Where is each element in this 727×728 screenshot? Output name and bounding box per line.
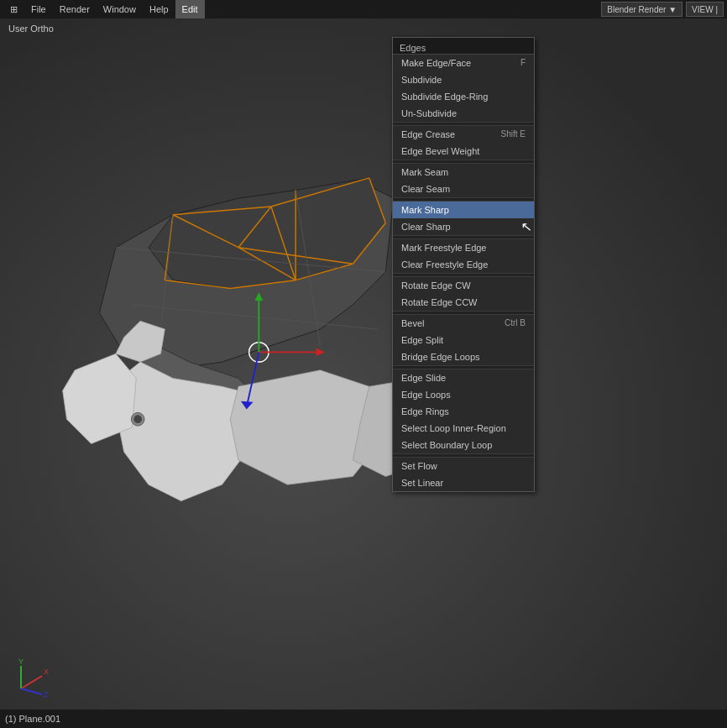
menu-item-edge-loops[interactable]: Edge Loops: [393, 386, 534, 403]
menu-render[interactable]: Render: [53, 0, 97, 18]
svg-line-35: [21, 676, 42, 689]
menu-item-set-flow[interactable]: Set Flow: [393, 458, 534, 474]
menu-item-mark-seam[interactable]: Mark Seam: [393, 164, 534, 181]
svg-marker-25: [63, 354, 137, 443]
menu-item-subdivide[interactable]: Subdivide: [393, 71, 534, 88]
menu-item-select-loop-inner-region[interactable]: Select Loop Inner-Region: [393, 420, 534, 437]
menu-item-subdivide-edge-ring[interactable]: Subdivide Edge-Ring: [393, 88, 534, 105]
menu-item-edge-split[interactable]: Edge Split: [393, 332, 534, 348]
menu-item-un-subdivide[interactable]: Un-Subdivide: [393, 105, 534, 122]
svg-text:X: X: [44, 668, 49, 676]
bottom-info: (1) Plane.001: [5, 714, 60, 724]
bottom-bar: (1) Plane.001: [0, 710, 727, 728]
mode-edit[interactable]: Edit: [175, 0, 205, 18]
svg-text:Y: Y: [18, 659, 24, 666]
menu-item-edge-rings[interactable]: Edge Rings: [393, 403, 534, 420]
menu-item-mark-sharp[interactable]: Mark Sharp: [393, 202, 534, 218]
top-bar: ⊞ File Render Window Help Edit Blender R…: [0, 0, 727, 18]
svg-marker-30: [316, 348, 325, 357]
menu-item-select-boundary-loop[interactable]: Select Boundary Loop: [393, 437, 534, 453]
menu-item-set-linear[interactable]: Set Linear: [393, 474, 534, 491]
svg-text:Z: Z: [44, 690, 49, 699]
menu-item-edge-slide[interactable]: Edge Slide: [393, 369, 534, 386]
viewport-label: User Ortho: [8, 24, 54, 34]
svg-point-27: [133, 415, 142, 423]
menu-item-edge-bevel-weight[interactable]: Edge Bevel Weight: [393, 143, 534, 160]
menu-item-bevel[interactable]: Bevel Ctrl B: [393, 315, 534, 332]
menu-title: Edges: [393, 38, 534, 55]
menu-item-edge-crease[interactable]: Edge Crease Shift E: [393, 126, 534, 143]
menu-window[interactable]: Window: [97, 0, 143, 18]
viewport-3d[interactable]: User Ortho X Y Z Edges Make Edge/Face F …: [0, 18, 727, 710]
menu-item-clear-seam[interactable]: Clear Seam: [393, 181, 534, 197]
menu-item-make-edge-face[interactable]: Make Edge/Face F: [393, 55, 534, 71]
menu-item-rotate-edge-cw[interactable]: Rotate Edge CW: [393, 277, 534, 294]
blender-logo[interactable]: ⊞: [3, 0, 24, 18]
3d-model: [0, 18, 727, 710]
render-engine-selector[interactable]: Blender Render ▼: [601, 2, 683, 17]
axis-widget: X Y Z: [8, 659, 50, 701]
view-controls[interactable]: VIEW |: [686, 2, 724, 17]
menu-help[interactable]: Help: [143, 0, 175, 18]
menu-item-bridge-edge-loops[interactable]: Bridge Edge Loops: [393, 348, 534, 365]
menu-file[interactable]: File: [24, 0, 53, 18]
menu-item-clear-sharp[interactable]: Clear Sharp: [393, 218, 534, 235]
menu-item-clear-freestyle-edge[interactable]: Clear Freestyle Edge: [393, 256, 534, 273]
svg-line-39: [21, 689, 42, 694]
menu-item-rotate-edge-ccw[interactable]: Rotate Edge CCW: [393, 294, 534, 311]
edges-context-menu: Edges Make Edge/Face F Subdivide Subdivi…: [392, 37, 535, 492]
menu-item-mark-freestyle-edge[interactable]: Mark Freestyle Edge: [393, 239, 534, 256]
